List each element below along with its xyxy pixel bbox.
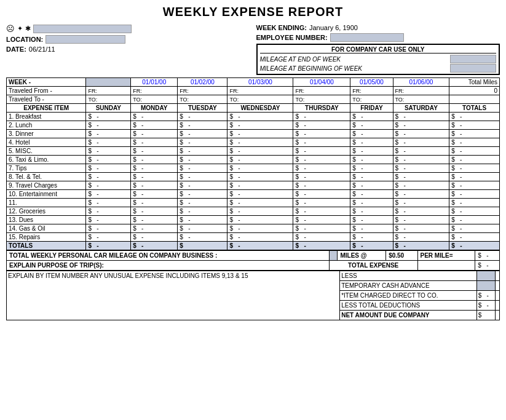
expense-cell-5-0[interactable]: $ -	[86, 156, 131, 164]
expense-cell-7-1[interactable]: $ -	[131, 173, 178, 181]
expense-cell-10-5[interactable]: $ -	[350, 199, 393, 207]
expense-cell-1-6[interactable]: $ -	[393, 121, 449, 130]
expense-cell-13-4[interactable]: $ -	[293, 224, 350, 233]
expense-cell-6-1[interactable]: $ -	[131, 164, 178, 173]
expense-cell-0-2[interactable]: $ -	[178, 113, 227, 121]
expense-cell-3-0[interactable]: $ -	[86, 138, 131, 147]
expense-cell-7-2[interactable]: $ -	[178, 173, 227, 181]
expense-cell-3-4[interactable]: $ -	[293, 138, 350, 147]
expense-cell-12-7[interactable]: $ -	[449, 216, 500, 224]
expense-cell-12-5[interactable]: $ -	[350, 216, 393, 224]
less-input[interactable]	[476, 271, 496, 281]
expense-cell-2-5[interactable]: $ -	[350, 130, 393, 138]
expense-cell-2-0[interactable]: $ -	[86, 130, 131, 138]
expense-cell-13-0[interactable]: $ -	[86, 224, 131, 233]
expense-cell-5-2[interactable]: $ -	[178, 156, 227, 164]
employee-number-input[interactable]	[330, 33, 404, 42]
expense-cell-14-2[interactable]: $ -	[178, 233, 227, 242]
expense-cell-8-7[interactable]: $ -	[449, 181, 500, 190]
expense-cell-8-1[interactable]: $ -	[131, 181, 178, 190]
expense-cell-13-2[interactable]: $ -	[178, 224, 227, 233]
expense-cell-2-3[interactable]: $ -	[227, 130, 293, 138]
expense-cell-4-0[interactable]: $ -	[86, 147, 131, 156]
expense-cell-14-0[interactable]: $ -	[86, 233, 131, 242]
expense-cell-4-4[interactable]: $ -	[293, 147, 350, 156]
expense-cell-8-4[interactable]: $ -	[293, 181, 350, 190]
expense-cell-13-6[interactable]: $ -	[393, 224, 449, 233]
expense-cell-1-3[interactable]: $ -	[227, 121, 293, 130]
expense-cell-10-2[interactable]: $ -	[178, 199, 227, 207]
expense-cell-8-3[interactable]: $ -	[227, 181, 293, 190]
name-input[interactable]	[33, 25, 132, 33]
expense-cell-9-0[interactable]: $ -	[86, 190, 131, 199]
expense-cell-2-6[interactable]: $ -	[393, 130, 449, 138]
mileage-end-input[interactable]	[450, 55, 496, 63]
expense-cell-5-4[interactable]: $ -	[293, 156, 350, 164]
expense-cell-14-3[interactable]: $ -	[227, 233, 293, 242]
expense-cell-9-2[interactable]: $ -	[178, 190, 227, 199]
expense-cell-8-5[interactable]: $ -	[350, 181, 393, 190]
expense-cell-6-6[interactable]: $ -	[393, 164, 449, 173]
expense-cell-7-4[interactable]: $ -	[293, 173, 350, 181]
expense-cell-9-6[interactable]: $ -	[393, 190, 449, 199]
expense-cell-14-1[interactable]: $ -	[131, 233, 178, 242]
expense-cell-11-6[interactable]: $ -	[393, 207, 449, 216]
expense-cell-2-7[interactable]: $ -	[449, 130, 500, 138]
expense-cell-12-0[interactable]: $ -	[86, 216, 131, 224]
expense-cell-1-4[interactable]: $ -	[293, 121, 350, 130]
expense-cell-7-7[interactable]: $ -	[449, 173, 500, 181]
expense-cell-9-7[interactable]: $ -	[449, 190, 500, 199]
expense-cell-5-6[interactable]: $ -	[393, 156, 449, 164]
expense-cell-0-1[interactable]: $ -	[131, 113, 178, 121]
expense-cell-0-3[interactable]: $ -	[227, 113, 293, 121]
expense-cell-5-7[interactable]: $ -	[449, 156, 500, 164]
expense-cell-1-2[interactable]: $ -	[178, 121, 227, 130]
mileage-begin-input[interactable]	[450, 64, 496, 73]
expense-cell-2-4[interactable]: $ -	[293, 130, 350, 138]
expense-cell-3-2[interactable]: $ -	[178, 138, 227, 147]
expense-cell-2-1[interactable]: $ -	[131, 130, 178, 138]
expense-cell-2-2[interactable]: $ -	[178, 130, 227, 138]
expense-cell-11-4[interactable]: $ -	[293, 207, 350, 216]
expense-cell-4-1[interactable]: $ -	[131, 147, 178, 156]
expense-cell-0-4[interactable]: $ -	[293, 113, 350, 121]
expense-cell-11-7[interactable]: $ -	[449, 207, 500, 216]
expense-cell-11-3[interactable]: $ -	[227, 207, 293, 216]
expense-cell-1-1[interactable]: $ -	[131, 121, 178, 130]
expense-cell-11-2[interactable]: $ -	[178, 207, 227, 216]
expense-cell-12-1[interactable]: $ -	[131, 216, 178, 224]
expense-cell-11-1[interactable]: $ -	[131, 207, 178, 216]
expense-cell-10-0[interactable]: $ -	[86, 199, 131, 207]
expense-cell-9-5[interactable]: $ -	[350, 190, 393, 199]
expense-cell-12-3[interactable]: $ -	[227, 216, 293, 224]
expense-cell-12-4[interactable]: $ -	[293, 216, 350, 224]
expense-cell-10-7[interactable]: $ -	[449, 199, 500, 207]
expense-cell-4-6[interactable]: $ -	[393, 147, 449, 156]
expense-cell-9-4[interactable]: $ -	[293, 190, 350, 199]
expense-cell-6-2[interactable]: $ -	[178, 164, 227, 173]
expense-cell-0-5[interactable]: $ -	[350, 113, 393, 121]
expense-cell-4-3[interactable]: $ -	[227, 147, 293, 156]
expense-cell-6-3[interactable]: $ -	[227, 164, 293, 173]
expense-cell-6-5[interactable]: $ -	[350, 164, 393, 173]
expense-cell-5-5[interactable]: $ -	[350, 156, 393, 164]
expense-cell-3-5[interactable]: $ -	[350, 138, 393, 147]
expense-cell-8-6[interactable]: $ -	[393, 181, 449, 190]
expense-cell-4-5[interactable]: $ -	[350, 147, 393, 156]
expense-cell-14-5[interactable]: $ -	[350, 233, 393, 242]
expense-cell-10-1[interactable]: $ -	[131, 199, 178, 207]
expense-cell-7-6[interactable]: $ -	[393, 173, 449, 181]
expense-cell-12-6[interactable]: $ -	[393, 216, 449, 224]
expense-cell-13-5[interactable]: $ -	[350, 224, 393, 233]
expense-cell-6-4[interactable]: $ -	[293, 164, 350, 173]
expense-cell-12-2[interactable]: $ -	[178, 216, 227, 224]
expense-cell-4-7[interactable]: $ -	[449, 147, 500, 156]
mileage-value-input[interactable]	[329, 251, 338, 261]
expense-cell-14-6[interactable]: $ -	[393, 233, 449, 242]
expense-cell-1-0[interactable]: $ -	[86, 121, 131, 130]
expense-cell-7-3[interactable]: $ -	[227, 173, 293, 181]
expense-cell-7-0[interactable]: $ -	[86, 173, 131, 181]
expense-cell-0-6[interactable]: $ -	[393, 113, 449, 121]
expense-cell-13-1[interactable]: $ -	[131, 224, 178, 233]
expense-cell-9-1[interactable]: $ -	[131, 190, 178, 199]
